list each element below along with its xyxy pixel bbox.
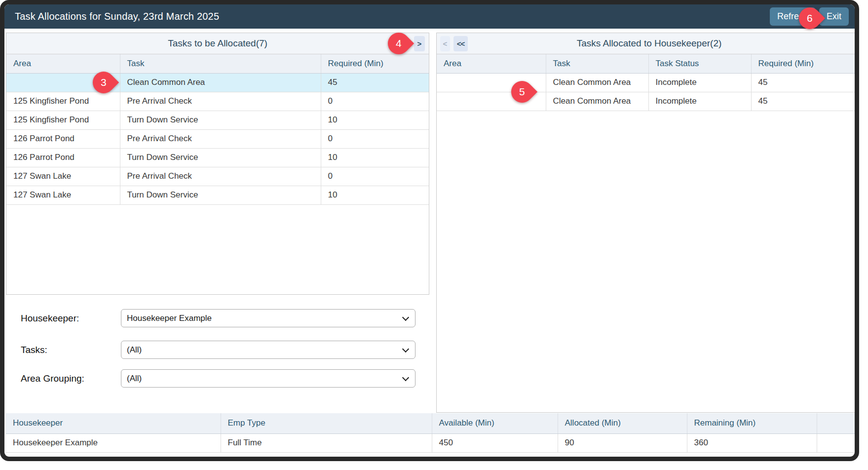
cell-3: 90	[558, 433, 687, 452]
column-header[interactable]: Required (Min)	[321, 54, 429, 73]
cell-required: 0	[321, 129, 429, 148]
area-grouping-label: Area Grouping:	[21, 369, 84, 388]
column-header[interactable]: Task	[120, 54, 321, 73]
area-grouping-select-wrap: (All)	[121, 369, 415, 388]
table-row[interactable]: Clean Common AreaIncomplete45	[437, 73, 859, 92]
tasks-to-allocate-header: Tasks to be Allocated(7) >	[6, 33, 429, 54]
housekeeper-summary-table: HousekeeperEmp TypeAvailable (Min)Alloca…	[6, 413, 859, 453]
deallocate-left-button[interactable]: <	[440, 36, 450, 51]
column-header[interactable]: Required (Min)	[751, 54, 859, 73]
cell-area: 127 Swan Lake	[6, 167, 120, 186]
table-row[interactable]: 126 Parrot PondPre Arrival Check0	[6, 129, 429, 148]
cell-required: 45	[751, 73, 859, 92]
title-bar: Task Allocations for Sunday, 23rd March …	[4, 4, 855, 29]
housekeeper-summary-section: HousekeeperEmp TypeAvailable (Min)Alloca…	[6, 413, 859, 453]
table-row[interactable]: 127 Swan LakeTurn Down Service10	[6, 186, 429, 204]
column-header[interactable]: Remaining (Min)	[687, 413, 817, 433]
cell-required: 45	[751, 92, 859, 111]
cell-area	[6, 73, 120, 92]
column-header[interactable]: Area	[437, 54, 546, 73]
tasks-allocated-table: AreaTaskTask StatusRequired (Min) Clean …	[437, 54, 859, 111]
cell-task: Turn Down Service	[120, 111, 321, 129]
housekeeper-label: Housekeeper:	[21, 309, 79, 327]
column-header[interactable]: Task	[546, 54, 648, 73]
column-header[interactable]: Area	[6, 54, 120, 73]
column-header[interactable]: Emp Type	[221, 413, 432, 433]
table-row[interactable]: 125 Kingfisher PondPre Arrival Check0	[6, 92, 429, 111]
tasks-label: Tasks:	[21, 341, 47, 359]
table-row[interactable]: Housekeeper ExampleFull Time45090360	[6, 433, 859, 452]
cell-required: 10	[321, 111, 429, 129]
refresh-button[interactable]: Refresh	[770, 7, 816, 26]
cell-task: Pre Arrival Check	[120, 92, 321, 111]
task-allocations-window: Task Allocations for Sunday, 23rd March …	[0, 0, 859, 461]
cell-task: Turn Down Service	[120, 186, 321, 204]
tasks-select-wrap: (All)	[121, 341, 415, 359]
column-header[interactable]: Housekeeper	[6, 413, 221, 433]
cell-2: 450	[432, 433, 558, 452]
cell-status: Incomplete	[648, 73, 751, 92]
cell-required: 10	[321, 148, 429, 167]
cell-task: Pre Arrival Check	[120, 129, 321, 148]
area-grouping-select[interactable]: (All)	[121, 369, 415, 388]
table-row[interactable]: Clean Common Area45	[6, 73, 429, 92]
cell-status: Incomplete	[648, 92, 751, 111]
cell-0: Housekeeper Example	[6, 433, 221, 452]
cell-task: Clean Common Area	[546, 73, 648, 92]
table-row[interactable]: 127 Swan LakePre Arrival Check0	[6, 167, 429, 186]
cell-required: 45	[321, 73, 429, 92]
tasks-allocated-title: Tasks Allocated to Housekeeper(2)	[577, 38, 722, 49]
deallocate-all-button[interactable]: <<	[453, 36, 468, 51]
housekeeper-select-wrap: Housekeeper Example	[121, 309, 415, 327]
cell-required: 0	[321, 167, 429, 186]
tasks-allocated-panel: < << Tasks Allocated to Housekeeper(2) A…	[436, 33, 859, 413]
table-header-row: AreaTaskTask StatusRequired (Min)	[437, 54, 859, 73]
cell-area	[437, 73, 546, 92]
cell-required: 0	[321, 92, 429, 111]
cell-4: 360	[687, 433, 817, 452]
titlebar-buttons: Refresh Exit	[770, 7, 849, 26]
tasks-to-allocate-title: Tasks to be Allocated(7)	[168, 38, 267, 49]
cell-area: 125 Kingfisher Pond	[6, 92, 120, 111]
housekeeper-select[interactable]: Housekeeper Example	[121, 309, 415, 327]
cell-task: Turn Down Service	[120, 148, 321, 167]
exit-button[interactable]: Exit	[819, 7, 849, 26]
cell-area: 127 Swan Lake	[6, 186, 120, 204]
column-header[interactable]	[817, 413, 859, 433]
cell-5	[817, 433, 859, 452]
allocate-right-button[interactable]: >	[414, 36, 425, 51]
cell-area: 126 Parrot Pond	[6, 129, 120, 148]
table-row[interactable]: 125 Kingfisher PondTurn Down Service10	[6, 111, 429, 129]
column-header[interactable]: Allocated (Min)	[558, 413, 687, 433]
column-header[interactable]: Task Status	[648, 54, 751, 73]
cell-area: 126 Parrot Pond	[6, 148, 120, 167]
tasks-to-allocate-panel: Tasks to be Allocated(7) > AreaTaskRequi…	[6, 33, 429, 295]
cell-1: Full Time	[221, 433, 432, 452]
table-header-row: AreaTaskRequired (Min)	[6, 54, 429, 73]
column-header[interactable]: Available (Min)	[432, 413, 558, 433]
tasks-to-allocate-table: AreaTaskRequired (Min) Clean Common Area…	[6, 54, 429, 205]
tasks-allocated-header: < << Tasks Allocated to Housekeeper(2)	[437, 33, 859, 54]
cell-area: 125 Kingfisher Pond	[6, 111, 120, 129]
cell-required: 10	[321, 186, 429, 204]
tasks-select[interactable]: (All)	[121, 341, 415, 359]
page-title: Task Allocations for Sunday, 23rd March …	[15, 11, 219, 22]
table-row[interactable]: 126 Parrot PondTurn Down Service10	[6, 148, 429, 167]
cell-task: Pre Arrival Check	[120, 167, 321, 186]
cell-task: Clean Common Area	[546, 92, 648, 111]
table-row[interactable]: Clean Common AreaIncomplete45	[437, 92, 859, 111]
cell-area	[437, 92, 546, 111]
cell-task: Clean Common Area	[120, 73, 321, 92]
table-header-row: HousekeeperEmp TypeAvailable (Min)Alloca…	[6, 413, 859, 433]
